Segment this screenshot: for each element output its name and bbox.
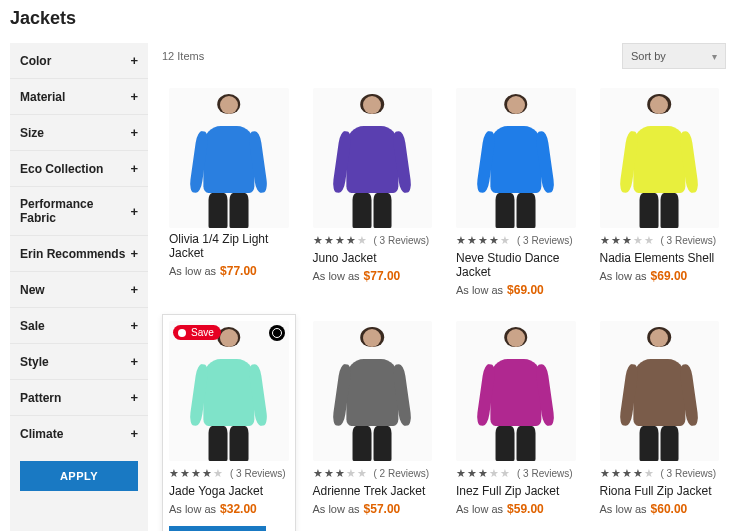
as-low-as-label: As low as (313, 270, 360, 282)
plus-icon: + (130, 426, 138, 441)
review-count[interactable]: ( 3 Reviews) (661, 468, 717, 479)
product-name[interactable]: Adrienne Trek Jacket (313, 484, 433, 498)
page-title: Jackets (10, 8, 726, 29)
review-count[interactable]: ( 3 Reviews) (374, 235, 430, 246)
as-low-as-label: As low as (313, 503, 360, 515)
filter-row[interactable]: Erin Recommends+ (10, 236, 148, 272)
product-card[interactable]: ★★★★★( 3 Reviews)Juno JacketAs low as$77… (306, 81, 440, 304)
filter-label: Material (20, 90, 65, 104)
plus-icon: + (130, 246, 138, 261)
chevron-down-icon: ▾ (712, 51, 717, 62)
product-card[interactable]: ★★★★★( 2 Reviews)Adrienne Trek JacketAs … (306, 314, 440, 531)
filter-label: Pattern (20, 391, 61, 405)
star-rating: ★★★★★ (600, 467, 655, 480)
plus-icon: + (130, 89, 138, 104)
product-card[interactable]: Save★★★★★( 3 Reviews)Jade Yoga JacketAs … (162, 314, 296, 531)
filter-label: Sale (20, 319, 45, 333)
pinterest-save-button[interactable]: Save (173, 325, 221, 340)
as-low-as-label: As low as (456, 284, 503, 296)
filter-row[interactable]: Sale+ (10, 308, 148, 344)
plus-icon: + (130, 354, 138, 369)
product-image[interactable] (169, 88, 289, 228)
filter-row[interactable]: Color+ (10, 43, 148, 79)
filter-row[interactable]: Size+ (10, 115, 148, 151)
product-name[interactable]: Nadia Elements Shell (600, 251, 720, 265)
filter-label: New (20, 283, 45, 297)
product-name[interactable]: Jade Yoga Jacket (169, 484, 289, 498)
product-card[interactable]: Olivia 1/4 Zip Light JacketAs low as$77.… (162, 81, 296, 304)
product-listing: 12 Items Sort by ▾ Olivia 1/4 Zip Light … (162, 43, 726, 531)
product-name[interactable]: Olivia 1/4 Zip Light Jacket (169, 232, 289, 260)
filter-label: Performance Fabric (20, 197, 130, 225)
product-image[interactable] (169, 321, 289, 461)
product-image[interactable] (313, 321, 433, 461)
star-rating: ★★★★★ (600, 234, 655, 247)
product-price: $59.00 (507, 502, 544, 516)
apply-filters-button[interactable]: APPLY (20, 461, 138, 491)
price-row: As low as$77.00 (169, 264, 289, 278)
plus-icon: + (130, 204, 138, 219)
star-rating: ★★★★★ (313, 467, 368, 480)
filter-row[interactable]: Material+ (10, 79, 148, 115)
star-rating: ★★★★★ (313, 234, 368, 247)
plus-icon: + (130, 125, 138, 140)
review-count[interactable]: ( 3 Reviews) (517, 468, 573, 479)
review-count[interactable]: ( 3 Reviews) (517, 235, 573, 246)
product-card[interactable]: ★★★★★( 3 Reviews)Neve Studio Dance Jacke… (449, 81, 583, 304)
product-price: $57.00 (364, 502, 401, 516)
price-row: As low as$60.00 (600, 502, 720, 516)
star-rating: ★★★★★ (456, 234, 511, 247)
as-low-as-label: As low as (600, 270, 647, 282)
filter-row[interactable]: Pattern+ (10, 380, 148, 416)
product-card[interactable]: ★★★★★( 3 Reviews)Inez Full Zip JacketAs … (449, 314, 583, 531)
sort-dropdown[interactable]: Sort by ▾ (622, 43, 726, 69)
as-low-as-label: As low as (169, 503, 216, 515)
filter-label: Style (20, 355, 49, 369)
as-low-as-label: As low as (600, 503, 647, 515)
product-price: $69.00 (507, 283, 544, 297)
product-image[interactable] (456, 88, 576, 228)
product-card[interactable]: ★★★★★( 3 Reviews)Nadia Elements ShellAs … (593, 81, 727, 304)
product-image[interactable] (456, 321, 576, 461)
review-count[interactable]: ( 3 Reviews) (230, 468, 286, 479)
price-row: As low as$59.00 (456, 502, 576, 516)
filter-label: Eco Collection (20, 162, 103, 176)
star-rating: ★★★★★ (456, 467, 511, 480)
filter-label: Size (20, 126, 44, 140)
filter-row[interactable]: Eco Collection+ (10, 151, 148, 187)
product-name[interactable]: Juno Jacket (313, 251, 433, 265)
product-name[interactable]: Inez Full Zip Jacket (456, 484, 576, 498)
filter-label: Climate (20, 427, 63, 441)
filter-row[interactable]: Performance Fabric+ (10, 187, 148, 236)
product-image[interactable] (600, 321, 720, 461)
product-price: $77.00 (364, 269, 401, 283)
filter-row[interactable]: Style+ (10, 344, 148, 380)
product-card[interactable]: ★★★★★( 3 Reviews)Riona Full Zip JacketAs… (593, 314, 727, 531)
review-count[interactable]: ( 3 Reviews) (661, 235, 717, 246)
sort-label: Sort by (631, 50, 666, 62)
product-name[interactable]: Neve Studio Dance Jacket (456, 251, 576, 279)
price-row: As low as$69.00 (456, 283, 576, 297)
product-price: $32.00 (220, 502, 257, 516)
price-row: As low as$77.00 (313, 269, 433, 283)
plus-icon: + (130, 390, 138, 405)
filter-sidebar: Color+Material+Size+Eco Collection+Perfo… (10, 43, 148, 531)
product-image[interactable] (600, 88, 720, 228)
product-name[interactable]: Riona Full Zip Jacket (600, 484, 720, 498)
filter-label: Erin Recommends (20, 247, 125, 261)
review-count[interactable]: ( 2 Reviews) (374, 468, 430, 479)
item-count: 12 Items (162, 50, 204, 62)
add-to-cart-button[interactable]: ADD TO CART (169, 526, 266, 531)
filter-row[interactable]: Climate+ (10, 416, 148, 451)
product-price: $60.00 (651, 502, 688, 516)
star-rating: ★★★★★ (169, 467, 224, 480)
filter-label: Color (20, 54, 51, 68)
product-image[interactable] (313, 88, 433, 228)
product-price: $69.00 (651, 269, 688, 283)
zoom-icon[interactable] (269, 325, 285, 341)
filter-row[interactable]: New+ (10, 272, 148, 308)
plus-icon: + (130, 161, 138, 176)
plus-icon: + (130, 318, 138, 333)
product-price: $77.00 (220, 264, 257, 278)
plus-icon: + (130, 282, 138, 297)
